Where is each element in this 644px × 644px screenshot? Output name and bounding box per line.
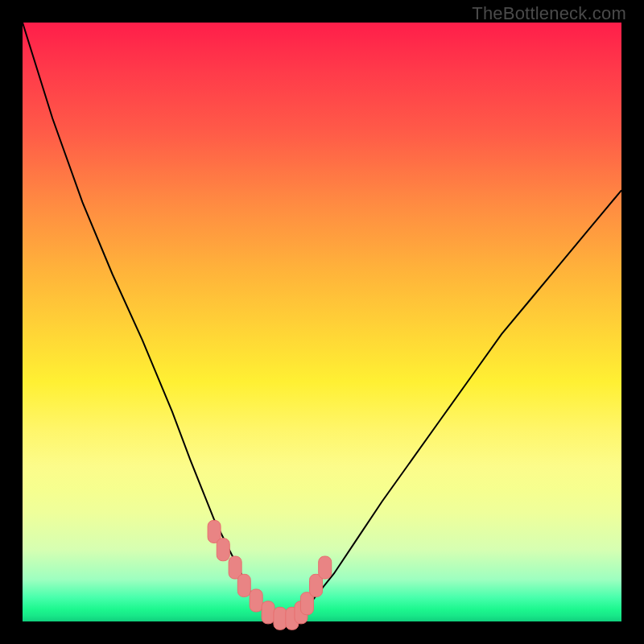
left-curve [23,23,274,621]
marker [274,607,287,630]
chart-frame: TheBottleneck.com [0,0,644,644]
marker [217,539,229,561]
marker-group [208,520,332,630]
marker [250,589,262,612]
right-curve [292,190,621,621]
chart-svg [23,23,621,621]
watermark-text: TheBottleneck.com [472,3,626,24]
marker [319,556,332,579]
marker [262,601,275,624]
plot-area [23,23,621,621]
marker [237,574,250,597]
